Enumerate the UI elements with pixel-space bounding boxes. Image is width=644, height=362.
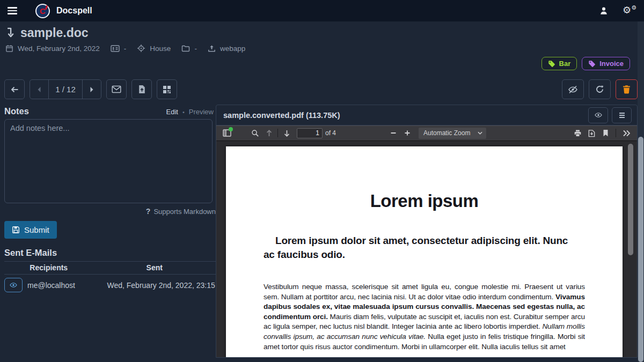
- menu-bars-icon: [618, 112, 626, 119]
- tag-list: BarInvoice: [5, 57, 631, 71]
- bookmark-icon: [603, 129, 609, 137]
- markdown-hint-label: Supports Markdown: [153, 208, 216, 216]
- page-scrollbar-thumb[interactable]: [638, 137, 643, 362]
- markdown-hint-link[interactable]: ? Supports Markdown: [4, 207, 216, 216]
- pdf-sidebar-toggle-button[interactable]: [220, 127, 234, 139]
- minus-icon: [390, 130, 397, 136]
- save-floppy-icon: [12, 226, 20, 234]
- doc-correspondent: -: [124, 45, 127, 53]
- next-item-button[interactable]: [82, 80, 101, 99]
- attachment-header: sample.converted.pdf (113.75K): [216, 105, 637, 125]
- right-column: sample.converted.pdf (113.75K): [216, 79, 638, 358]
- pdf-scrollbar-thumb[interactable]: [628, 144, 633, 255]
- trash-icon: [623, 85, 631, 94]
- email-row: me@localhost Wed, February 2nd, 2022, 23…: [4, 275, 216, 296]
- prev-item-button[interactable]: [30, 80, 49, 99]
- envelope-icon: [112, 85, 121, 93]
- add-files-button[interactable]: [131, 79, 152, 99]
- pdf-download-button[interactable]: [584, 127, 598, 139]
- attachment-title: sample.converted.pdf (113.75K): [223, 111, 340, 120]
- file-upload-icon: [138, 85, 146, 94]
- docspell-logo[interactable]: C: [35, 4, 50, 18]
- item-toolbar: 1 / 12: [4, 79, 216, 99]
- content: sample.doc Wed, February 2nd, 2022 -: [0, 21, 638, 362]
- printer-icon: [574, 129, 582, 137]
- document-title-row: sample.doc: [5, 25, 631, 41]
- doc-source: webapp: [220, 45, 245, 53]
- dot-separator: •: [182, 109, 185, 115]
- page-navigator: 1 / 12: [30, 79, 101, 99]
- tag[interactable]: Invoice: [582, 57, 630, 70]
- chevron-right-icon: [90, 86, 94, 93]
- notes-preview-link[interactable]: Preview: [189, 108, 214, 116]
- arrow-down-icon: [283, 129, 290, 137]
- page-indicator: 1 / 12: [49, 80, 82, 99]
- chevron-double-right-icon: [623, 130, 631, 137]
- email-sent-date: Wed, February 2nd, 2022, 23:15: [107, 281, 215, 290]
- pdf-next-page-button[interactable]: [280, 127, 294, 139]
- pdf-page: Lorem ipsum Lorem ipsum dolor sit amet, …: [226, 146, 623, 357]
- tag-icon: [548, 60, 555, 68]
- pdf-zoom-select[interactable]: Automatic Zoom: [419, 128, 486, 139]
- concerning-crosshair-icon: [137, 44, 145, 53]
- attachment-toolbar: [216, 79, 638, 99]
- pdf-doc-title: Lorem ipsum: [264, 191, 585, 211]
- app-title[interactable]: Docspell: [56, 6, 92, 16]
- eye-icon: [9, 282, 18, 289]
- link-items-button[interactable]: [157, 79, 177, 99]
- calendar-icon: [5, 45, 13, 53]
- notes-header: Notes Edit • Preview: [4, 106, 216, 116]
- pdf-doc-subheading: Lorem ipsum dolor sit amet, consectetur …: [264, 234, 585, 262]
- hide-attachment-button[interactable]: [562, 79, 584, 99]
- attachment-panel: sample.converted.pdf (113.75K): [216, 105, 638, 358]
- pdf-paragraph-segment: Vestibulum neque massa, scelerisque sit …: [264, 283, 585, 301]
- question-icon: ?: [146, 207, 151, 216]
- arrow-left-icon: [10, 85, 19, 94]
- arrow-up-icon: [266, 129, 273, 137]
- email-view-button[interactable]: [4, 278, 23, 292]
- pdf-search-button[interactable]: [248, 127, 262, 139]
- submit-notes-button[interactable]: Submit: [4, 221, 57, 239]
- topbar: C Docspell ⚙⚙: [0, 0, 644, 21]
- chevron-down-icon: [478, 131, 482, 135]
- pdf-zoom-in-button[interactable]: [400, 127, 414, 139]
- tag-label: Invoice: [599, 60, 624, 68]
- notification-dot: [229, 127, 233, 131]
- user-icon[interactable]: [599, 6, 609, 16]
- pdf-viewport[interactable]: Lorem ipsum Lorem ipsum dolor sit amet, …: [216, 141, 637, 357]
- notes-edit-link[interactable]: Edit: [166, 108, 178, 116]
- plus-icon: [404, 130, 411, 136]
- pdfjs-toolbar: of 4 Automatic Zoom: [216, 125, 637, 141]
- send-mail-button[interactable]: [106, 79, 127, 99]
- grid-qr-icon: [163, 85, 171, 94]
- correspondent-card-icon: [111, 45, 120, 53]
- pdf-zoom-out-button[interactable]: [386, 127, 400, 139]
- tag-label: Bar: [559, 60, 571, 68]
- pdf-page-input[interactable]: [297, 128, 323, 138]
- column-sent: Sent: [93, 262, 216, 275]
- page-scrollbar[interactable]: [638, 21, 644, 362]
- tag[interactable]: Bar: [541, 57, 577, 70]
- reprocess-button[interactable]: [589, 79, 611, 99]
- column-recipients: Recipients: [4, 262, 93, 275]
- pdf-print-button[interactable]: [570, 127, 584, 139]
- attachment-menu-button[interactable]: [612, 107, 632, 123]
- attachment-preview-button[interactable]: [588, 107, 608, 123]
- back-button[interactable]: [4, 79, 25, 99]
- email-recipients: me@localhost: [27, 281, 75, 290]
- delete-item-button[interactable]: [616, 79, 638, 99]
- eye-slash-icon: [568, 85, 578, 94]
- sent-emails-body: me@localhost Wed, February 2nd, 2022, 23…: [4, 275, 216, 296]
- document-meta: Wed, February 2nd, 2022 - House -: [5, 43, 631, 53]
- pdf-prev-page-button[interactable]: [262, 127, 276, 139]
- submit-label: Submit: [24, 225, 49, 234]
- settings-cogs-icon[interactable]: ⚙⚙: [623, 5, 636, 17]
- doc-title: sample.doc: [20, 26, 89, 40]
- pdf-more-tools-button[interactable]: [619, 127, 633, 139]
- zoom-select-value: Automatic Zoom: [423, 129, 470, 137]
- notes-textarea[interactable]: [4, 119, 213, 203]
- doc-date: Wed, February 2nd, 2022: [18, 45, 100, 53]
- menu-toggle-icon[interactable]: [8, 5, 21, 17]
- notes-heading: Notes: [4, 106, 29, 116]
- pdf-bookmark-button[interactable]: [598, 127, 612, 139]
